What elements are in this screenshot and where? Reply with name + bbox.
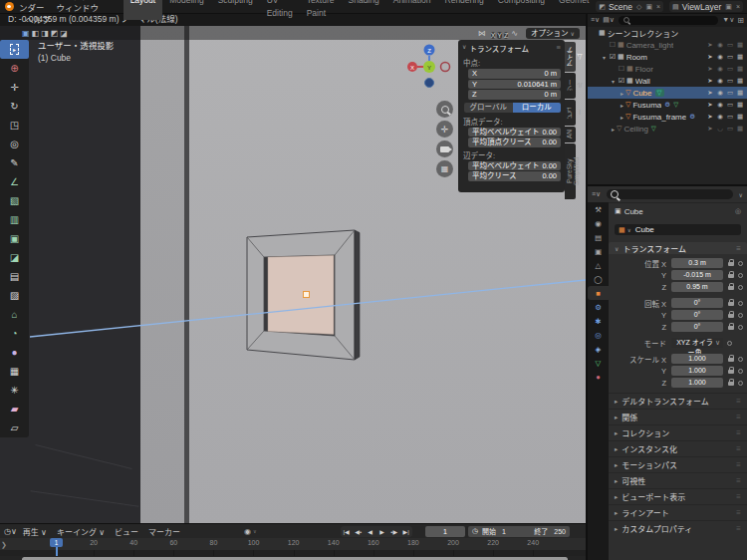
tool-knife[interactable]: ▨ xyxy=(0,286,29,305)
outliner-row-Wall[interactable]: ▾☑▦Wall➤◉▭▦ xyxy=(588,75,747,87)
blender-logo-icon[interactable] xyxy=(5,2,14,11)
outliner-row-シーンコレクション[interactable]: ▦シーンコレクション xyxy=(588,27,747,39)
animate-dot-icon[interactable] xyxy=(738,261,743,266)
mirror-axis-z-button[interactable]: Z xyxy=(504,32,508,39)
lock-icon[interactable] xyxy=(728,326,734,330)
outliner-row-Fusuma_frame[interactable]: ▸▽Fusuma_frame⚙➤◉▭▦ xyxy=(588,111,747,123)
edge-field-平均ベベルウェイト[interactable]: 平均ベベルウェイト0.00 xyxy=(468,161,561,171)
tool-inset-faces[interactable]: ▣ xyxy=(0,229,29,248)
tool-tab[interactable]: ⚒ xyxy=(588,202,609,216)
collection-checkbox[interactable]: ☑ xyxy=(617,77,626,85)
camera-view-button[interactable] xyxy=(436,140,453,157)
panel-デルタトランスフォーム[interactable]: ▸デルタトランスフォーム≡ xyxy=(609,393,747,409)
material-tab[interactable]: ● xyxy=(588,370,609,384)
value-field[interactable]: 1.000 xyxy=(671,378,723,388)
auto-keyframe-button[interactable]: ◉∨ xyxy=(244,527,257,536)
workspace-tab-Shading[interactable]: Shading xyxy=(342,0,386,20)
panel-カスタムプロパティ[interactable]: ▸カスタムプロパティ≡ xyxy=(609,520,747,536)
tool-edge-slide[interactable]: ▦ xyxy=(0,362,29,381)
editor-type-icon[interactable]: ◷∨ xyxy=(4,527,17,536)
edge-field-平均クリース[interactable]: 平均クリース0.00 xyxy=(468,171,561,181)
value-field[interactable]: 0° xyxy=(671,322,723,332)
animate-dot-icon[interactable] xyxy=(738,325,743,330)
animate-dot-icon[interactable] xyxy=(738,381,743,386)
animate-dot-icon[interactable] xyxy=(738,369,743,374)
collapse-icon[interactable]: ∨ xyxy=(462,43,466,54)
lock-icon[interactable] xyxy=(728,286,734,290)
display-mode-icon[interactable]: ▤∨ xyxy=(603,16,615,24)
play-button[interactable]: ▶ xyxy=(376,528,388,535)
expander-icon[interactable]: ▾ xyxy=(610,78,617,85)
collection-checkbox[interactable]: ☐ xyxy=(608,41,618,49)
render-tab[interactable]: ◉ xyxy=(588,216,609,230)
render-disable-icon[interactable]: ▦ xyxy=(735,113,745,121)
copy-view-layer-icon[interactable]: ▣ xyxy=(725,3,732,11)
viewport-disable-icon[interactable]: ▭ xyxy=(725,89,735,97)
outliner-row-Cube[interactable]: ▸▽Cube▽➤◉▭▦ xyxy=(588,87,747,99)
workspace-tab-Texture Paint[interactable]: Texture Paint xyxy=(300,0,342,20)
pin-id-icon[interactable]: ◎ xyxy=(735,207,741,215)
selectable-icon[interactable]: ➤ xyxy=(705,113,715,121)
eye-open-icon[interactable]: ◉ xyxy=(715,77,725,85)
render-disable-icon[interactable]: ▦ xyxy=(735,77,745,85)
viewport-disable-icon[interactable]: ▭ xyxy=(725,77,735,85)
panel-インスタンス化[interactable]: ▸インスタンス化≡ xyxy=(609,440,747,456)
animate-dot-icon[interactable] xyxy=(738,285,743,290)
next-keyframe-button[interactable]: •▶ xyxy=(388,528,400,535)
outliner-row-Camera_light[interactable]: ☐▦Camera_light➤◉▭▦ xyxy=(588,39,747,51)
editor-type-icon[interactable]: ≡∨ xyxy=(592,190,601,198)
prev-keyframe-button[interactable]: ◀• xyxy=(353,528,365,535)
perspective-toggle-button[interactable]: ▦ xyxy=(436,160,453,177)
render-disable-icon[interactable]: ▦ xyxy=(735,53,745,61)
eye-open-icon[interactable]: ◉ xyxy=(715,113,725,121)
menu-ヘルプ[interactable]: ヘルプ xyxy=(19,15,57,25)
selectable-icon[interactable]: ➤ xyxy=(705,65,715,73)
workspace-tab-Rendering[interactable]: Rendering xyxy=(438,0,491,20)
panel-関係[interactable]: ▸関係≡ xyxy=(609,409,747,424)
animate-dot-icon[interactable] xyxy=(727,341,732,346)
pin-icon[interactable]: ◇ xyxy=(636,3,641,11)
viewport-3d[interactable]: D: -0.004359 m (0.004359 m) ノーマル(法線) ▣◧◨… xyxy=(0,13,586,523)
lock-icon[interactable] xyxy=(728,302,734,306)
timeline-menu-再生[interactable]: 再生 ∨ xyxy=(23,528,47,537)
eye-open-icon[interactable]: ◉ xyxy=(715,89,725,97)
render-disable-icon[interactable]: ▦ xyxy=(735,65,745,73)
lock-icon[interactable] xyxy=(728,274,734,278)
timeline-menu-ビュー[interactable]: ビュー xyxy=(115,528,138,537)
navigation-gizmo[interactable]: Z X Y xyxy=(398,41,462,99)
scene-tab[interactable]: △ xyxy=(588,258,609,272)
proportional-falloff-icon[interactable]: ∿ xyxy=(511,29,518,38)
expander-icon[interactable]: ▸ xyxy=(619,102,625,109)
eye-open-icon[interactable]: ◉ xyxy=(715,101,725,109)
expander-icon[interactable]: ▾ xyxy=(601,54,608,61)
animate-dot-icon[interactable] xyxy=(738,273,743,278)
animate-dot-icon[interactable] xyxy=(738,301,743,306)
outliner-row-Ceiling[interactable]: ▸▽Ceiling▽➤◡▭▦ xyxy=(588,123,747,135)
timeline-tracks[interactable] xyxy=(0,550,586,556)
panel-可視性[interactable]: ▸可視性≡ xyxy=(609,472,747,488)
mirror-axis-x-button[interactable]: X xyxy=(491,32,496,39)
properties-options-icon[interactable]: ∨ xyxy=(739,191,743,198)
tool-loop-cut[interactable]: ▤ xyxy=(0,267,29,286)
object-tab[interactable]: ■ xyxy=(588,286,609,300)
panel-ラインアート[interactable]: ▸ラインアート≡ xyxy=(609,504,747,520)
workspace-tab-Layout[interactable]: Layout xyxy=(124,0,163,20)
tool-bevel[interactable]: ◪ xyxy=(0,248,29,267)
panel-コレクション[interactable]: ▸コレクション≡ xyxy=(609,424,747,440)
outliner-row-Floor[interactable]: ☐▦Floor➤◉▭▦ xyxy=(588,63,747,75)
close-view-layer-icon[interactable]: × xyxy=(736,3,740,10)
options-button[interactable]: オプション ∨ xyxy=(526,28,580,39)
mirror-icon[interactable]: ⋈ xyxy=(478,29,486,38)
eye-open-icon[interactable]: ◉ xyxy=(715,65,725,73)
workspace-tab-Sculpting[interactable]: Sculpting xyxy=(211,0,260,20)
tool-spin[interactable]: ◔ xyxy=(0,324,29,343)
timeline-menu-キーイング[interactable]: キーイング ∨ xyxy=(57,528,105,537)
object-name-field[interactable]: ▦ ∨ Cube xyxy=(615,224,741,235)
constraints-tab[interactable]: ◈ xyxy=(588,342,609,356)
eye-closed-icon[interactable]: ◡ xyxy=(715,125,725,133)
eye-open-icon[interactable]: ◉ xyxy=(715,41,725,49)
select-mode-intersect-icon[interactable]: ◪ xyxy=(60,29,68,38)
scene-selector[interactable]: ◩ Scene ◇ ▣ × xyxy=(596,1,663,12)
n-panel-tab-1[interactable]: ツール xyxy=(565,73,576,99)
frame-range-fields[interactable]: ◷ 開始 1 終了 250 xyxy=(468,526,570,537)
